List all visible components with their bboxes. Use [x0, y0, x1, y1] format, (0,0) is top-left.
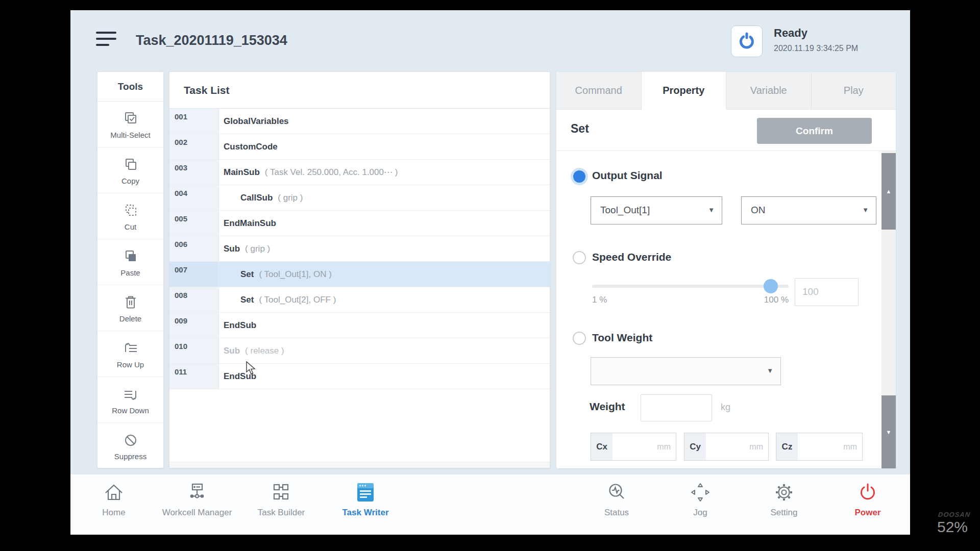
app-window: Task_20201119_153034 Ready 2020.11.19 3:…	[70, 10, 910, 535]
nav-home[interactable]: Home	[70, 481, 157, 518]
cx-label: Cx	[591, 433, 612, 460]
nav-label: Home	[70, 508, 157, 518]
row-number: 009	[169, 313, 219, 338]
speed-slider-track[interactable]	[592, 285, 789, 288]
hamburger-bar	[96, 32, 116, 34]
chevron-down-icon: ▼	[708, 197, 715, 223]
nav-label: Setting	[741, 508, 827, 518]
scroll-up-button[interactable]: ▲	[881, 153, 896, 230]
tool-copy-button[interactable]: Copy	[97, 147, 163, 193]
weight-input[interactable]	[641, 394, 712, 421]
power-icon	[856, 481, 879, 504]
nav-label: Jog	[657, 508, 744, 518]
confirm-button[interactable]: Confirm	[757, 118, 872, 144]
output-signal-radio[interactable]	[573, 170, 585, 183]
tool-row-down-button[interactable]: Row Down	[97, 377, 163, 423]
cz-input[interactable]: Cz mm	[776, 433, 863, 461]
task-row[interactable]: 006 Sub( grip )	[169, 236, 550, 262]
nav-power[interactable]: Power	[824, 481, 911, 518]
task-row-selected[interactable]: 007 Set( Tool_Out[1], ON )	[169, 262, 550, 287]
command-name: Set	[240, 269, 254, 280]
hamburger-bar	[96, 38, 116, 40]
task-list-panel: Task List 001 GlobalVariables 002 Custom…	[169, 71, 550, 468]
property-body: Output Signal Tool_Out[1] ▼ ON ▼ Speed O…	[556, 151, 896, 468]
arrow-down-icon: ▼	[886, 429, 892, 435]
tool-weight-select[interactable]: ▼	[591, 357, 781, 385]
nav-status[interactable]: Status	[573, 481, 660, 518]
row-number: 011	[169, 364, 219, 389]
cut-icon	[121, 202, 140, 220]
task-row[interactable]: 003 MainSub( Task Vel. 250.000, Acc. 1.0…	[169, 160, 550, 185]
weight-unit: kg	[721, 402, 730, 413]
cx-input[interactable]: Cx mm	[591, 433, 676, 461]
hamburger-bar	[96, 44, 109, 46]
copy-icon	[121, 156, 140, 174]
cy-unit: mm	[706, 433, 768, 460]
tool-label: Suppress	[114, 452, 146, 461]
task-row[interactable]: 009 EndSub	[169, 313, 550, 338]
tool-label: Cut	[125, 222, 136, 231]
scroll-down-button[interactable]: ▼	[881, 395, 896, 468]
tool-label: Delete	[119, 314, 141, 323]
cz-label: Cz	[776, 433, 798, 460]
vertical-scrollbar[interactable]: ▲ ▼	[881, 151, 896, 468]
task-row[interactable]: 002 CustomCode	[169, 134, 550, 160]
output-signal-select[interactable]: Tool_Out[1] ▼	[591, 196, 722, 224]
nav-task-builder[interactable]: Task Builder	[238, 481, 325, 518]
command-title: Set	[571, 122, 589, 136]
row-number: 010	[169, 338, 219, 363]
command-name: Set	[240, 295, 254, 305]
speed-override-radio[interactable]	[573, 251, 586, 264]
hamburger-menu-icon[interactable]	[96, 32, 119, 51]
nav-task-writer[interactable]: Task Writer	[322, 481, 409, 518]
tool-row-up-button[interactable]: Row Up	[97, 331, 163, 377]
tool-multi-select-button[interactable]: Multi-Select	[97, 102, 163, 147]
speed-slider-thumb[interactable]	[764, 279, 778, 293]
task-row[interactable]: 008 Set( Tool_Out[2], OFF )	[169, 287, 550, 313]
cy-input[interactable]: Cy mm	[684, 433, 769, 461]
task-row[interactable]: 010 Sub( release )	[169, 338, 550, 364]
command-params: ( Task Vel. 250.000, Acc. 1.000⋯ )	[265, 167, 398, 178]
mouse-cursor	[246, 361, 259, 375]
tab-property[interactable]: Property	[642, 72, 727, 110]
cy-label: Cy	[684, 433, 706, 460]
tool-delete-button[interactable]: Delete	[97, 285, 163, 331]
tools-title: Tools	[97, 72, 163, 102]
arrow-up-icon: ▲	[886, 188, 892, 194]
tool-label: Row Up	[117, 360, 144, 369]
task-row[interactable]: 004 CallSub( grip )	[169, 185, 550, 211]
speed-value-input[interactable]: 100	[795, 278, 859, 306]
nav-label: Task Builder	[238, 508, 325, 518]
status-datetime: 2020.11.19 3:34:25 PM	[774, 44, 858, 53]
tool-suppress-button[interactable]: Suppress	[97, 423, 163, 469]
output-state-select[interactable]: ON ▼	[741, 196, 876, 224]
output-signal-label: Output Signal	[592, 169, 663, 182]
nav-jog[interactable]: Jog	[657, 481, 744, 518]
task-row[interactable]: 011 EndSub	[169, 364, 550, 389]
robot-status-icon	[737, 31, 757, 52]
task-row[interactable]: 001 GlobalVariables	[169, 109, 550, 134]
horizontal-scrollbar[interactable]	[169, 462, 550, 468]
task-row[interactable]: 005 EndMainSub	[169, 211, 550, 236]
command-name: CustomCode	[224, 142, 278, 152]
robot-status-button[interactable]	[731, 26, 763, 57]
command-name: Sub	[224, 244, 240, 254]
task-list-title: Task List	[169, 72, 550, 109]
task-writer-icon	[354, 481, 377, 504]
tool-label: Paste	[120, 268, 140, 277]
page-title: Task_20201119_153034	[136, 33, 287, 48]
tool-paste-button[interactable]: Paste	[97, 239, 163, 285]
nav-workcell-manager[interactable]: Workcell Manager	[154, 481, 240, 518]
tool-weight-radio[interactable]	[573, 332, 586, 345]
overlay-percentage: 52%	[937, 518, 968, 536]
command-name: EndMainSub	[224, 218, 276, 229]
tab-variable[interactable]: Variable	[726, 72, 812, 110]
bottom-navigation: Home Workcell Manager	[70, 474, 910, 535]
tab-play[interactable]: Play	[812, 72, 896, 110]
nav-setting[interactable]: Setting	[741, 481, 827, 518]
row-number: 002	[169, 134, 219, 159]
row-up-icon	[121, 339, 140, 358]
brand-watermark: DOOSAN	[938, 511, 971, 518]
tool-cut-button[interactable]: Cut	[97, 193, 163, 239]
tab-command[interactable]: Command	[556, 72, 642, 110]
